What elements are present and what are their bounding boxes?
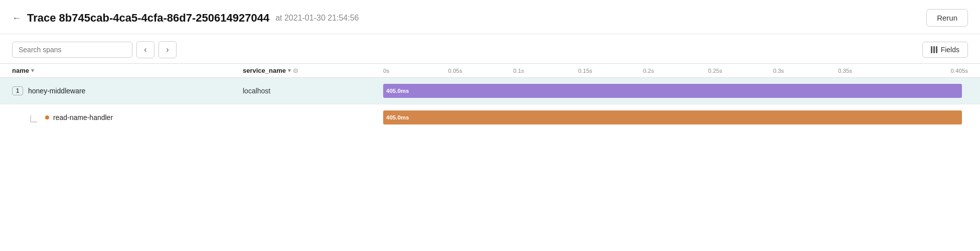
spans-table: name ▾ service_name ▾ ⊙ 0s 0.05s 0.1s 0.… bbox=[0, 63, 980, 131]
timeline-cell-2: 405.0ms bbox=[383, 104, 968, 131]
connector-line bbox=[30, 115, 37, 122]
toolbar: ‹ › Fields bbox=[0, 34, 980, 63]
fields-label: Fields bbox=[941, 46, 959, 54]
tick-1: 0.05s bbox=[448, 68, 514, 74]
timeline-cell-1: 405.0ms bbox=[383, 78, 968, 104]
col-service-label: service_name bbox=[243, 67, 286, 74]
tick-2: 0.1s bbox=[513, 68, 578, 74]
span-name-cell-2: read-name-handler bbox=[12, 112, 243, 122]
tick-3: 0.15s bbox=[578, 68, 643, 74]
fields-button[interactable]: Fields bbox=[922, 42, 968, 58]
child-dot-icon bbox=[45, 115, 49, 119]
tick-8: 0.405s bbox=[903, 68, 968, 74]
rerun-button[interactable]: Rerun bbox=[926, 9, 968, 27]
col-name-sort-icon[interactable]: ▾ bbox=[31, 67, 34, 74]
table-row[interactable]: read-name-handler 405.0ms bbox=[0, 104, 980, 131]
span-name-2: read-name-handler bbox=[53, 113, 113, 121]
tick-6: 0.3s bbox=[773, 68, 838, 74]
connector-lines bbox=[30, 112, 39, 122]
timestamp-value: 2021-01-30 21:54:56 bbox=[284, 14, 359, 22]
child-indent: read-name-handler bbox=[12, 112, 113, 122]
timestamp-prefix: at bbox=[275, 14, 282, 22]
tick-0: 0s bbox=[383, 68, 448, 74]
toolbar-left: ‹ › bbox=[12, 41, 177, 58]
col-header-name: name ▾ bbox=[12, 67, 243, 74]
span-badge-1: 1 bbox=[12, 86, 23, 95]
trace-timestamp: at 2021-01-30 21:54:56 bbox=[275, 14, 359, 23]
timeline-bar-wrapper-2: 405.0ms bbox=[383, 110, 968, 124]
trace-title: Trace 8b745cab-4ca5-4cfa-86d7-2506149270… bbox=[27, 12, 269, 25]
col-name-label: name bbox=[12, 67, 29, 74]
timeline-bar-2: 405.0ms bbox=[383, 110, 962, 124]
col-header-service: service_name ▾ ⊙ bbox=[243, 67, 383, 74]
page-header: ← Trace 8b745cab-4ca5-4cfa-86d7-25061492… bbox=[0, 0, 980, 34]
fields-icon bbox=[931, 46, 937, 53]
back-button[interactable]: ← bbox=[12, 14, 21, 23]
header-left: ← Trace 8b745cab-4ca5-4cfa-86d7-25061492… bbox=[12, 12, 359, 25]
table-row[interactable]: 1 honey-middleware localhost 405.0ms bbox=[0, 78, 980, 104]
col-service-sort-icon[interactable]: ▾ bbox=[288, 67, 291, 74]
tick-7: 0.35s bbox=[838, 68, 903, 74]
timeline-ticks: 0s 0.05s 0.1s 0.15s 0.2s 0.25s 0.3s 0.35… bbox=[383, 67, 968, 74]
bar-label-1: 405.0ms bbox=[386, 88, 409, 94]
timeline-bar-wrapper-1: 405.0ms bbox=[383, 84, 968, 98]
bar-label-2: 405.0ms bbox=[386, 114, 409, 120]
tick-4: 0.2s bbox=[643, 68, 708, 74]
service-cell-1: localhost bbox=[243, 87, 383, 95]
tick-5: 0.25s bbox=[708, 68, 773, 74]
search-input[interactable] bbox=[12, 42, 132, 58]
prev-button[interactable]: ‹ bbox=[136, 41, 154, 58]
span-name-cell-1: 1 honey-middleware bbox=[12, 86, 243, 95]
next-button[interactable]: › bbox=[158, 41, 177, 58]
span-name-1: honey-middleware bbox=[28, 87, 85, 95]
col-service-filter-icon[interactable]: ⊙ bbox=[293, 67, 298, 74]
timeline-bar-1: 405.0ms bbox=[383, 84, 962, 98]
table-header: name ▾ service_name ▾ ⊙ 0s 0.05s 0.1s 0.… bbox=[0, 63, 980, 78]
